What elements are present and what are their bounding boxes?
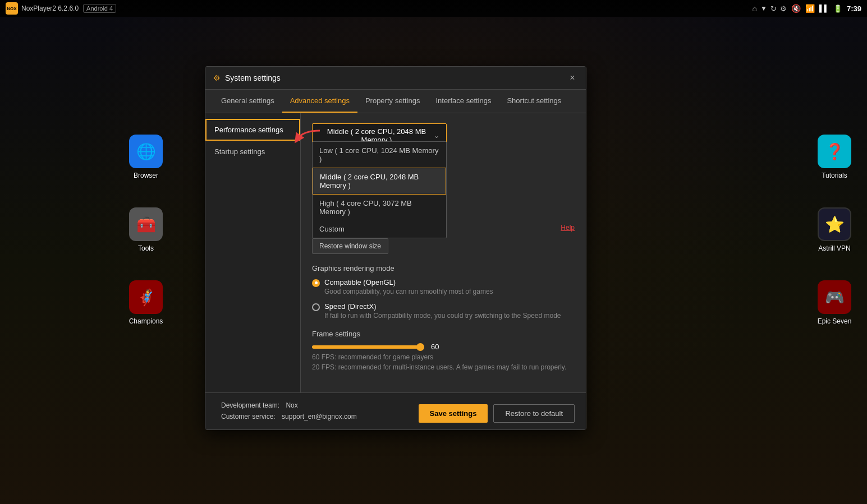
wifi-icon: 📶 <box>805 4 815 13</box>
dropdown-item-custom[interactable]: Custom <box>313 220 446 238</box>
modal-sidebar: Performance settings Startup settings <box>205 113 301 392</box>
dropdown-arrow-icon: ⌄ <box>434 132 439 140</box>
restore-default-button[interactable]: Restore to default <box>493 404 575 423</box>
frame-section: Frame settings 60 60 FPS: recommended fo… <box>312 330 575 371</box>
customer-service-label: Customer service: <box>221 413 276 420</box>
save-settings-button[interactable]: Save settings <box>419 404 488 423</box>
render-directx: Speed (DirectX) If fail to run with Comp… <box>312 302 575 320</box>
battery-icon: 🔋 <box>833 4 842 13</box>
modal-header-left: ⚙ System settings <box>213 73 281 82</box>
modal-header: ⚙ System settings × <box>205 67 586 90</box>
refresh-icon[interactable]: ↻ <box>770 4 777 13</box>
taskbar-icons: ⌂ ▼ ↻ ⚙ <box>753 4 787 13</box>
frame-slider-track[interactable] <box>312 345 424 349</box>
modal-overlay: ⚙ System settings × General settings Adv… <box>0 17 867 504</box>
frame-row: 60 <box>312 343 575 351</box>
performance-dropdown-menu: Low ( 1 core CPU, 1024 MB Memory ) Middl… <box>312 141 447 238</box>
render-directx-desc: If fail to run with Compatibility mode, … <box>324 312 561 320</box>
dev-team-value: Nox <box>286 401 297 409</box>
signal-icon: ▌▌ <box>819 4 829 12</box>
footer-buttons: Save settings Restore to default <box>419 404 575 423</box>
frame-hint-1: 60 FPS: recommended for game players <box>312 353 575 361</box>
frame-slider-thumb[interactable] <box>416 343 424 351</box>
tab-general[interactable]: General settings <box>213 90 282 113</box>
modal-footer: Development team: Nox Customer service: … <box>205 392 586 429</box>
sidebar-performance[interactable]: Performance settings <box>205 119 300 141</box>
sidebar-startup[interactable]: Startup settings <box>205 141 300 163</box>
app-name: NoxPlayer2 6.2.6.0 <box>21 4 79 12</box>
render-directx-info: Speed (DirectX) If fail to run with Comp… <box>324 302 561 320</box>
render-directx-name: Speed (DirectX) <box>324 302 561 311</box>
frame-slider-fill <box>312 345 424 349</box>
tab-property[interactable]: Property settings <box>357 90 428 113</box>
settings-taskbar-icon[interactable]: ⚙ <box>780 4 787 13</box>
render-opengl-name: Compatible (OpenGL) <box>324 278 493 286</box>
render-opengl-info: Compatible (OpenGL) Good compatibility, … <box>324 278 493 295</box>
render-opengl: Compatible (OpenGL) Good compatibility, … <box>312 278 575 295</box>
frame-value: 60 <box>431 343 439 351</box>
modal-title: System settings <box>225 73 281 82</box>
settings-gear-icon: ⚙ <box>213 73 221 82</box>
dev-team-row: Development team: Nox <box>217 400 357 411</box>
home-icon[interactable]: ⌂ <box>753 4 757 13</box>
performance-row: Middle ( 2 core CPU, 2048 MB Memory ) ⌄ … <box>312 123 575 371</box>
graphics-label: Graphics rendering mode <box>312 264 575 272</box>
footer-info: Development team: Nox Customer service: … <box>217 400 357 423</box>
help-link[interactable]: Help <box>561 224 575 232</box>
tab-interface[interactable]: Interface settings <box>428 90 499 113</box>
graphics-section: Graphics rendering mode Compatible (Open… <box>312 264 575 320</box>
performance-dropdown-container: Middle ( 2 core CPU, 2048 MB Memory ) ⌄ … <box>312 123 575 148</box>
tab-shortcut[interactable]: Shortcut settings <box>499 90 569 113</box>
dropdown-icon[interactable]: ▼ <box>760 4 767 12</box>
frame-label: Frame settings <box>312 330 575 338</box>
taskbar-right: ⌂ ▼ ↻ ⚙ 🔇 📶 ▌▌ 🔋 7:39 <box>753 4 861 13</box>
clock: 7:39 <box>847 4 861 13</box>
performance-control: Middle ( 2 core CPU, 2048 MB Memory ) ⌄ … <box>312 123 575 371</box>
customer-service-row: Customer service: support_en@bignox.com <box>217 411 357 422</box>
dev-team-label: Development team: <box>221 401 279 409</box>
restore-window-size-btn[interactable]: Restore window size <box>312 238 388 254</box>
dropdown-item-low[interactable]: Low ( 1 core CPU, 1024 MB Memory ) <box>313 142 446 168</box>
system-settings-modal: ⚙ System settings × General settings Adv… <box>205 66 586 430</box>
modal-body: Performance settings Startup settings Mi… <box>205 113 586 392</box>
nox-logo: NOX <box>6 2 18 15</box>
desktop: NOX NoxPlayer2 6.2.6.0 Android 4 ⌂ ▼ ↻ ⚙… <box>0 0 867 504</box>
taskbar: NOX NoxPlayer2 6.2.6.0 Android 4 ⌂ ▼ ↻ ⚙… <box>0 0 867 17</box>
dropdown-item-middle[interactable]: Middle ( 2 core CPU, 2048 MB Memory ) <box>313 168 446 195</box>
render-directx-radio[interactable] <box>312 303 320 311</box>
modal-close-button[interactable]: × <box>567 72 578 84</box>
arrow-indicator <box>292 128 325 154</box>
mute-icon: 🔇 <box>791 4 801 13</box>
render-opengl-radio[interactable] <box>312 279 320 287</box>
android-version: Android 4 <box>83 4 116 13</box>
frame-hint-2: 20 FPS: recommended for multi-instance u… <box>312 363 575 371</box>
dropdown-item-high[interactable]: High ( 4 core CPU, 3072 MB Memory ) <box>313 195 446 220</box>
modal-tabs: General settings Advanced settings Prope… <box>205 90 586 113</box>
customer-service-value: support_en@bignox.com <box>282 413 357 420</box>
tab-advanced[interactable]: Advanced settings <box>282 90 357 113</box>
modal-content: Middle ( 2 core CPU, 2048 MB Memory ) ⌄ … <box>301 113 586 392</box>
render-opengl-desc: Good compatibility, you can run smoothly… <box>324 288 493 295</box>
